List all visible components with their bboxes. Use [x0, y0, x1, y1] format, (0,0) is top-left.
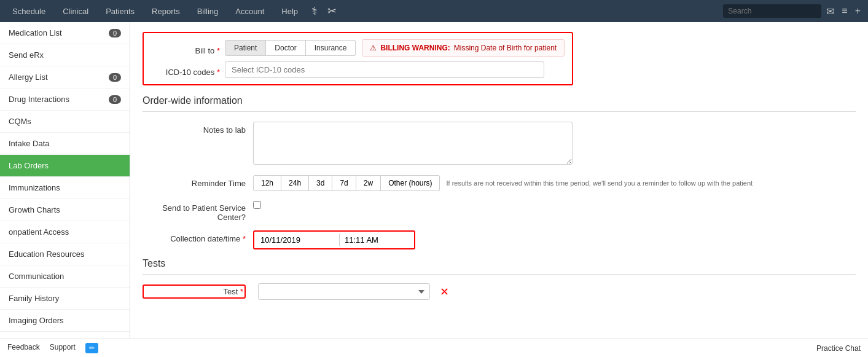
- reminder-3d-btn[interactable]: 3d: [309, 175, 332, 191]
- send-to-psc-row: Send to Patient Service Center?: [143, 200, 856, 222]
- sidebar-item-send-erx[interactable]: Send eRx: [0, 44, 130, 66]
- reminder-2w-btn[interactable]: 2w: [356, 175, 381, 191]
- nav-schedule[interactable]: Schedule: [5, 3, 53, 20]
- reminder-control: 12h 24h 3d 7d 2w Other (hours) If result…: [253, 175, 856, 191]
- nav-patients[interactable]: Patients: [98, 3, 142, 20]
- nav-billing[interactable]: Billing: [190, 3, 226, 20]
- sidebar-item-communication[interactable]: Communication: [0, 265, 130, 288]
- icd10-required: *: [217, 68, 220, 77]
- bill-to-required: *: [217, 46, 220, 55]
- nav-clinical[interactable]: Clinical: [55, 3, 96, 20]
- icd10-input[interactable]: [225, 61, 544, 78]
- collection-required: *: [243, 234, 246, 243]
- edit-icon[interactable]: ✏: [85, 343, 98, 353]
- search-input[interactable]: [723, 4, 821, 18]
- tests-section: Tests Test * ✕: [143, 258, 856, 300]
- sidebar-item-cqms[interactable]: CQMs: [0, 111, 130, 133]
- bottom-bar: Feedback Support ✏ Practice Chat: [0, 339, 868, 357]
- reminder-note: If results are not received within this …: [446, 179, 753, 187]
- nav-help[interactable]: Help: [274, 3, 305, 20]
- sidebar-item-imaging-orders[interactable]: Imaging Orders: [0, 310, 130, 332]
- notes-label: Notes to lab: [143, 122, 253, 135]
- main-content: Bill to * Patient Doctor Insurance ⚠ BIL…: [130, 22, 868, 339]
- menu-icon[interactable]: ≡: [839, 4, 850, 18]
- bill-to-row: Bill to * Patient Doctor Insurance ⚠ BIL…: [151, 39, 565, 57]
- reminder-12h-btn[interactable]: 12h: [253, 175, 281, 191]
- sidebar-item-growth-charts[interactable]: Growth Charts: [0, 199, 130, 221]
- notes-textarea[interactable]: [253, 122, 573, 165]
- icd10-label: ICD-10 codes *: [151, 63, 225, 77]
- collection-datetime-box: [253, 230, 415, 249]
- tests-header: Tests: [143, 258, 856, 275]
- collection-time-input[interactable]: [339, 233, 413, 247]
- bill-to-insurance-btn[interactable]: Insurance: [306, 40, 356, 56]
- sidebar-item-medication-list[interactable]: Medication List 0: [0, 22, 130, 44]
- allergy-list-badge: 0: [109, 73, 121, 82]
- reminder-row: Reminder Time 12h 24h 3d 7d 2w Other (ho…: [143, 175, 856, 191]
- collection-date-input[interactable]: [256, 233, 335, 247]
- send-to-psc-control: [253, 201, 856, 209]
- collection-label: Collection date/time *: [143, 230, 253, 243]
- feedback-link[interactable]: Feedback: [7, 343, 40, 353]
- test-required: *: [240, 287, 243, 296]
- billing-warning-banner: ⚠ BILLING WARNING: Missing Date of Birth…: [362, 39, 565, 57]
- delete-test-btn[interactable]: ✕: [440, 285, 449, 299]
- sidebar: Medication List 0 Send eRx Allergy List …: [0, 22, 130, 339]
- reminder-label: Reminder Time: [143, 175, 253, 188]
- sidebar-item-family-history[interactable]: Family History: [0, 288, 130, 310]
- sidebar-item-drug-interactions[interactable]: Drug Interactions 0: [0, 88, 130, 111]
- bill-to-button-group: Patient Doctor Insurance: [225, 40, 356, 56]
- order-wide-section: Order-wide information Notes to lab Remi…: [143, 95, 856, 249]
- send-to-psc-label: Send to Patient Service Center?: [143, 200, 253, 222]
- sidebar-item-allergy-list[interactable]: Allergy List 0: [0, 66, 130, 88]
- add-icon[interactable]: +: [853, 4, 863, 18]
- sidebar-item-intake-data[interactable]: Intake Data: [0, 133, 130, 155]
- reminder-button-group: 12h 24h 3d 7d 2w Other (hours): [253, 175, 440, 191]
- nav-reports[interactable]: Reports: [144, 3, 187, 20]
- top-nav: Schedule Clinical Patients Reports Billi…: [0, 0, 868, 22]
- sidebar-item-onpatient-access[interactable]: onpatient Access: [0, 221, 130, 243]
- test-select[interactable]: [258, 283, 430, 300]
- reminder-other-btn[interactable]: Other (hours): [381, 175, 440, 191]
- collection-row: Collection date/time *: [143, 230, 856, 249]
- main-layout: Medication List 0 Send eRx Allergy List …: [0, 22, 868, 339]
- order-wide-header: Order-wide information: [143, 95, 856, 112]
- practice-chat[interactable]: Practice Chat: [816, 343, 861, 353]
- test-label: Test *: [143, 284, 253, 299]
- warning-icon: ⚠: [370, 44, 377, 52]
- bill-to-label: Bill to *: [151, 41, 225, 55]
- medication-list-badge: 0: [109, 29, 121, 37]
- reminder-7d-btn[interactable]: 7d: [332, 175, 356, 191]
- bill-to-doctor-btn[interactable]: Doctor: [266, 40, 305, 56]
- test-row: Test * ✕: [143, 283, 856, 300]
- support-link[interactable]: Support: [50, 343, 76, 353]
- icd10-row: ICD-10 codes *: [151, 61, 565, 78]
- sidebar-item-education-resources[interactable]: Education Resources: [0, 243, 130, 265]
- sidebar-item-immunizations[interactable]: Immunizations: [0, 177, 130, 199]
- notes-control: [253, 122, 856, 167]
- reminder-24h-btn[interactable]: 24h: [281, 175, 309, 191]
- drug-interactions-badge: 0: [109, 95, 121, 104]
- send-to-psc-checkbox[interactable]: [253, 201, 261, 209]
- mail-icon[interactable]: ✉: [824, 4, 837, 18]
- bill-to-section: Bill to * Patient Doctor Insurance ⚠ BIL…: [143, 32, 573, 85]
- collection-control: [253, 230, 856, 249]
- bottom-bar-left: Feedback Support ✏: [7, 343, 98, 353]
- caduceus-icon: ⚕: [308, 4, 321, 18]
- nav-account[interactable]: Account: [228, 3, 272, 20]
- notes-row: Notes to lab: [143, 122, 856, 167]
- sidebar-item-lab-orders[interactable]: Lab Orders: [0, 155, 130, 177]
- scissors-icon: ✂: [324, 4, 340, 18]
- test-label-box: Test *: [143, 284, 246, 299]
- bill-to-patient-btn[interactable]: Patient: [225, 40, 266, 56]
